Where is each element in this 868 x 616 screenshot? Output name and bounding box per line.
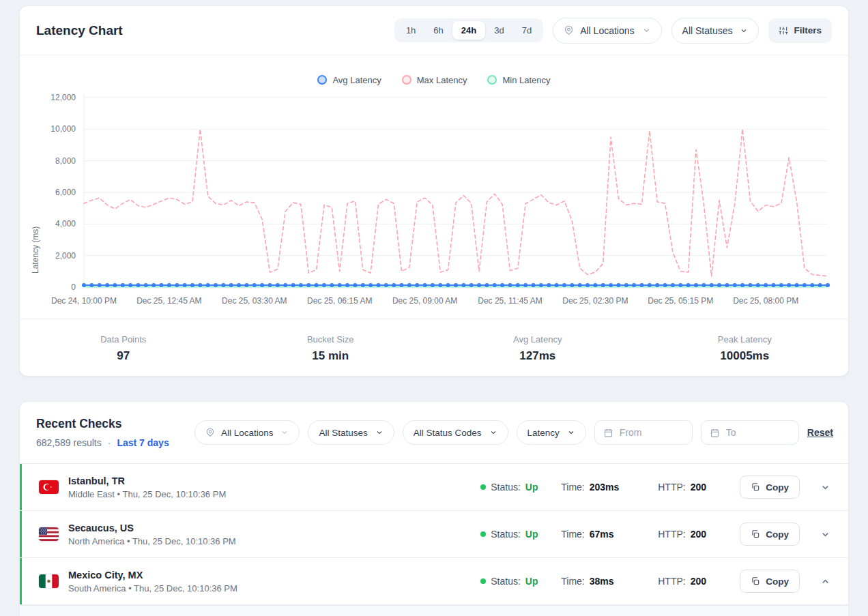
time-label: Time: [561,529,584,540]
copy-button[interactable]: Copy [740,523,800,546]
stat-value: 15 min [227,349,435,363]
svg-text:Dec 25, 02:30 PM: Dec 25, 02:30 PM [562,296,628,306]
from-date-input[interactable] [620,427,684,438]
section-title: Recent Checks [36,417,169,431]
stat-label: Bucket Size [227,334,435,344]
chart-stats-row: Data Points97Bucket Size15 minAvg Latenc… [20,319,848,376]
legend-label: Min Latency [502,75,550,85]
check-location: Secaucus, US [68,523,236,533]
stat-value: 10005ms [641,349,849,363]
copy-button[interactable]: Copy [740,475,800,499]
copy-button-label: Copy [766,482,789,493]
check-details-section: CHECK DETAILS [20,605,848,616]
status-group: Status:Up [480,529,561,540]
recent-checks-header: Recent Checks 682,589 results · Last 7 d… [20,402,848,463]
reset-filters-link[interactable]: Reset [807,427,833,438]
time-group: Time:203ms [561,482,658,493]
status-dot-icon [480,484,486,490]
copy-button[interactable]: Copy [740,570,800,593]
svg-text:Dec 24, 10:00 PM: Dec 24, 10:00 PM [51,296,117,306]
sort-select[interactable]: Latency [517,420,586,445]
time-range-7d[interactable]: 7d [513,21,540,40]
filters-button-label: Filters [794,25,822,35]
legend-label: Avg Latency [332,75,381,85]
check-location-info: Secaucus, USNorth America • Thu, 25 Dec,… [68,523,236,546]
chevron-down-icon [740,27,748,35]
check-row[interactable]: Istanbul, TRMiddle East • Thu, 25 Dec, 1… [20,464,848,511]
time-group: Time:67ms [561,529,658,540]
legend-swatch-icon [402,75,411,85]
to-date-input[interactable] [726,427,790,438]
chevron-down-icon [489,428,497,437]
filters-button[interactable]: Filters [768,18,832,43]
chevron-down-icon [642,26,651,35]
legend-item-min-latency[interactable]: Min Latency [487,75,550,85]
svg-text:12,000: 12,000 [50,93,76,102]
svg-text:8,000: 8,000 [55,156,76,166]
stat-value: 97 [20,349,227,363]
status-label: Status: [491,529,521,540]
statuses-select[interactable]: All Statuses [671,18,760,44]
stat-label: Peak Latency [641,334,849,344]
status-label: Status: [491,482,521,493]
stat-data-points: Data Points97 [20,319,227,376]
status-dot-icon [480,531,486,537]
svg-text:2,000: 2,000 [55,251,76,261]
stat-label: Avg Latency [434,334,641,344]
dot-separator: · [108,437,111,448]
legend-item-avg-latency[interactable]: Avg Latency [317,75,381,85]
http-group: HTTP:200 [658,529,740,540]
check-meta: South America • Thu, 25 Dec, 10:10:36 PM [68,583,237,593]
chevron-down-icon [375,428,384,437]
latency-card-header: Latency Chart 1h6h24h3d7d All Locations … [20,6,848,55]
svg-text:Dec 25, 12:45 AM: Dec 25, 12:45 AM [136,296,201,306]
time-range-3d[interactable]: 3d [485,21,512,40]
legend-item-max-latency[interactable]: Max Latency [402,75,467,85]
status-value: Up [525,529,538,540]
http-label: HTTP: [658,529,685,540]
sort-select-label: Latency [527,428,560,438]
http-status-value: 200 [691,576,706,587]
check-location: Mexico City, MX [68,570,237,581]
svg-text:Dec 25, 03:30 AM: Dec 25, 03:30 AM [222,296,287,306]
copy-button-label: Copy [766,529,789,540]
svg-text:6,000: 6,000 [55,188,76,197]
date-range-link[interactable]: Last 7 days [117,437,169,448]
turkey-flag-icon [39,480,59,494]
expand-toggle-button[interactable] [818,527,833,542]
y-axis-title: Latency (ms) [31,226,40,274]
latency-chart: Latency (ms) 02,0004,0006,0008,00010,000… [20,91,848,313]
expand-toggle-button[interactable] [818,480,833,495]
expand-toggle-button[interactable] [818,574,833,589]
status-accent-bar [20,464,22,510]
svg-text:4,000: 4,000 [55,219,76,229]
from-date-field[interactable] [594,420,693,445]
http-status-value: 200 [691,482,706,493]
recent-checks-filters: All Locations All Statuses All Status Co… [194,420,833,445]
locations-filter-label: All Locations [221,428,274,438]
time-range-6h[interactable]: 6h [424,21,452,40]
chevron-down-icon [820,482,830,493]
copy-icon [751,529,760,539]
copy-icon [751,576,760,586]
status-dot-icon [480,578,486,584]
status-label: Status: [491,576,521,587]
time-label: Time: [561,482,584,493]
status-codes-filter-label: All Status Codes [414,428,482,438]
to-date-field[interactable] [701,420,799,445]
check-location: Istanbul, TR [68,475,226,486]
status-codes-filter-select[interactable]: All Status Codes [403,420,508,445]
stat-label: Data Points [20,334,227,344]
check-row[interactable]: Mexico City, MXSouth America • Thu, 25 D… [20,558,848,605]
statuses-filter-select[interactable]: All Statuses [308,420,394,445]
status-accent-bar [20,558,22,604]
chevron-up-icon [820,576,830,587]
http-group: HTTP:200 [658,482,740,493]
check-row[interactable]: Secaucus, USNorth America • Thu, 25 Dec,… [20,511,848,558]
locations-filter-dropdown[interactable]: All Locations [194,420,300,445]
locations-dropdown[interactable]: All Locations [553,18,661,44]
check-row-details: Status:UpTime:203msHTTP:200Copy [480,475,848,499]
time-range-24h[interactable]: 24h [452,21,485,40]
map-pin-icon [564,25,574,35]
time-range-1h[interactable]: 1h [397,21,424,40]
